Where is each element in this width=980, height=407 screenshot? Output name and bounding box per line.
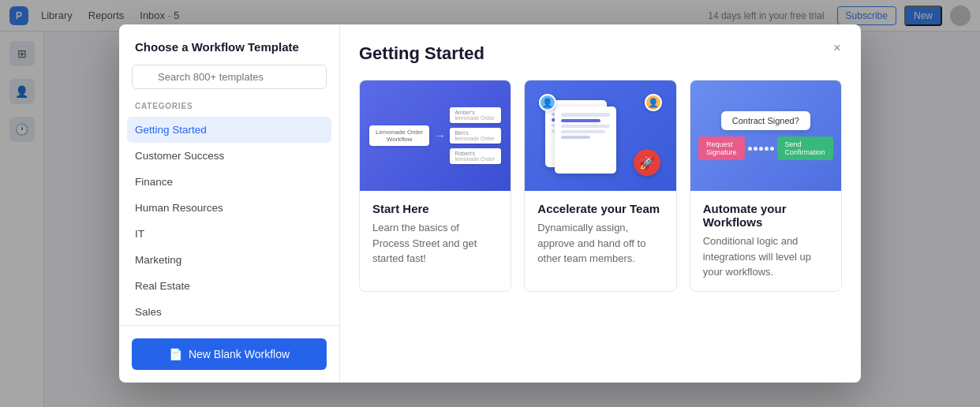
dot-line [748, 147, 774, 151]
flow-box-main: Lemonade OrderWorkflow [369, 125, 429, 146]
dot4 [765, 147, 769, 151]
template-search-input[interactable] [132, 65, 327, 89]
card1-title: Start Here [372, 202, 498, 215]
template-card-automate[interactable]: Contract Signed? RequestSignature [690, 80, 842, 292]
category-item-customer-success[interactable]: Customer Success [127, 143, 331, 169]
category-item-real-estate[interactable]: Real Estate [127, 273, 331, 299]
card3-body: Automate your Workflows Conditional logi… [690, 191, 841, 291]
dot2 [754, 147, 757, 151]
new-blank-workflow-button[interactable]: 📄 New Blank Workflow [132, 338, 327, 370]
category-list: Getting Started Customer Success Finance… [119, 117, 339, 325]
modal-body: Choose a Workflow Template 🔍 CATEGORIES … [119, 24, 861, 383]
dot3 [759, 147, 763, 151]
flow-boxes: Lemonade OrderWorkflow → Amber's lemonad… [369, 107, 501, 164]
avatar-person2: 👤 [645, 94, 662, 111]
template-main: × Getting Started Lemonade OrderWorkflow [340, 24, 861, 383]
category-item-human-resources[interactable]: Human Resources [127, 195, 331, 221]
rocket-icon: 🚀 [634, 149, 660, 176]
decision-box: Contract Signed? [721, 111, 810, 130]
new-blank-workflow-label: New Blank Workflow [189, 348, 290, 360]
card1-description: Learn the basics of Process Street and g… [372, 220, 498, 267]
workflow-template-modal: Choose a Workflow Template 🔍 CATEGORIES … [119, 24, 861, 383]
category-item-getting-started[interactable]: Getting Started [127, 117, 331, 143]
categories-label: CATEGORIES [119, 102, 339, 117]
dot1 [748, 147, 752, 151]
category-item-it[interactable]: IT [127, 221, 331, 247]
card3-image: Contract Signed? RequestSignature [690, 80, 841, 191]
template-sidebar: Choose a Workflow Template 🔍 CATEGORIES … [119, 24, 340, 383]
card1-image: Lemonade OrderWorkflow → Amber's lemonad… [360, 80, 511, 191]
flow-box-amber: Amber's lemonade Order [450, 107, 501, 123]
card3-title: Automate your Workflows [703, 202, 829, 229]
avatar-person: 👤 [539, 94, 556, 111]
doc-front [555, 106, 616, 174]
modal-close-button[interactable]: × [826, 37, 848, 59]
dot5 [770, 147, 774, 151]
main-title: Getting Started [359, 43, 842, 64]
flow-column: Amber's lemonade Order Ben's lemonade Or… [450, 107, 501, 164]
search-wrapper: 🔍 [119, 65, 339, 102]
card2-inner: 👤 👤 🚀 [537, 92, 664, 179]
template-card-accelerate-team[interactable]: 👤 👤 🚀 Accelerate your Team Dynamicall [524, 80, 676, 292]
card2-title: Accelerate your Team [537, 202, 663, 215]
process-flow: RequestSignature SendConfirmation [698, 136, 833, 160]
card3-description: Conditional logic and integrations will … [703, 233, 829, 280]
card1-body: Start Here Learn the basics of Process S… [360, 191, 511, 278]
card2-illustration: 👤 👤 🚀 [525, 80, 675, 191]
sidebar-footer: 📄 New Blank Workflow [119, 325, 339, 383]
card2-body: Accelerate your Team Dynamically assign,… [525, 191, 675, 278]
card2-description: Dynamically assign, approve and hand off… [537, 220, 663, 267]
card3-illustration: Contract Signed? RequestSignature [690, 80, 841, 191]
category-item-sales[interactable]: Sales [127, 299, 331, 325]
template-cards-grid: Lemonade OrderWorkflow → Amber's lemonad… [359, 80, 842, 292]
search-container: 🔍 [132, 65, 327, 89]
category-item-marketing[interactable]: Marketing [127, 247, 331, 273]
sidebar-modal-title: Choose a Workflow Template [119, 40, 339, 65]
process-box-confirm: SendConfirmation [777, 136, 833, 160]
card1-illustration: Lemonade OrderWorkflow → Amber's lemonad… [360, 80, 511, 191]
category-item-finance[interactable]: Finance [127, 169, 331, 195]
flow-box-ben: Ben's lemonade Order [450, 128, 501, 144]
card2-image: 👤 👤 🚀 [525, 80, 675, 191]
template-card-start-here[interactable]: Lemonade OrderWorkflow → Amber's lemonad… [359, 80, 511, 292]
document-icon: 📄 [169, 348, 182, 360]
process-box-request: RequestSignature [698, 136, 745, 160]
modal-overlay: Choose a Workflow Template 🔍 CATEGORIES … [0, 0, 980, 407]
flow-box-robert: Robert's lemonade Order [450, 148, 501, 164]
flow-arrow-icon: → [434, 129, 445, 142]
